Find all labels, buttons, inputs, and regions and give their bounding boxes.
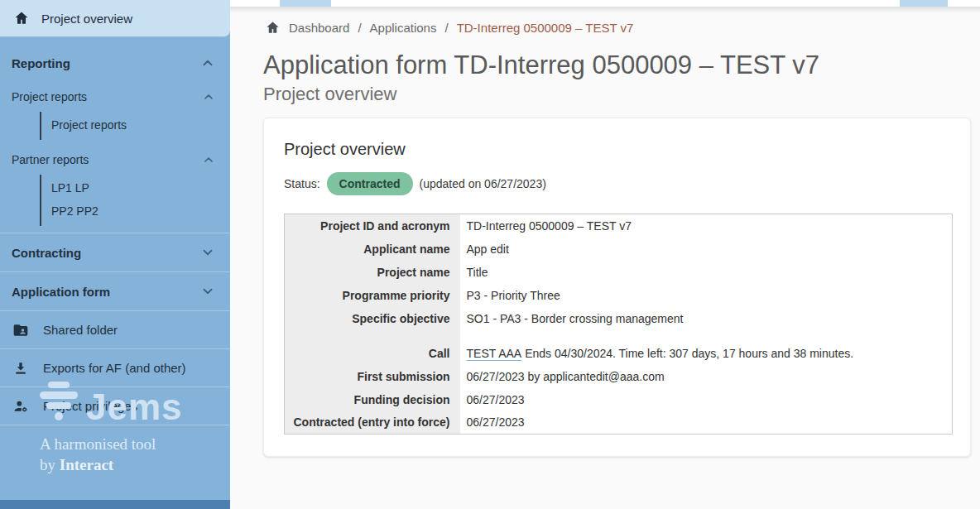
breadcrumb-separator: /: [358, 21, 361, 35]
sidebar-section-application-form[interactable]: Application form: [0, 272, 230, 310]
sidebar-nav: Reporting Project reports Project report…: [0, 37, 230, 425]
sidebar-item-pp2-pp2[interactable]: PP2 PP2: [51, 199, 230, 223]
row-value: App edit: [460, 238, 953, 261]
project-overview-table: Project ID and acronym TD-Interreg 05000…: [284, 214, 953, 435]
top-shadow: [230, 7, 980, 13]
main-content: Dashboard / Applications / TD-Interreg 0…: [230, 0, 980, 509]
row-value: TEST AAAEnds 04/30/2024. Time left: 307 …: [460, 342, 953, 365]
jems-tagline: A harmonised tool by Interact: [40, 434, 183, 476]
table-spacer-row: [285, 330, 953, 342]
row-label: Contracted (entry into force): [285, 411, 460, 435]
jems-logo-mark-icon: [40, 382, 78, 424]
row-value: 06/27/2023: [460, 388, 953, 411]
row-label: First submission: [285, 365, 460, 388]
sidebar-item-label: Project overview: [41, 12, 132, 26]
folder-shared-icon: [12, 322, 30, 339]
status-badge: Contracted: [327, 172, 413, 195]
breadcrumb-separator: /: [444, 21, 448, 35]
row-label: Call: [285, 342, 460, 365]
sidebar-bottom-strip: [0, 500, 230, 509]
sidebar-section-contracting[interactable]: Contracting: [0, 233, 230, 271]
table-row: Programme priority P3 - Priority Three: [285, 284, 953, 307]
breadcrumb-current: TD-Interreg 0500009 – TEST v7: [457, 21, 634, 35]
status-label: Status:: [284, 177, 320, 190]
row-value: SO1 - PA3 - Border crossing management: [460, 307, 953, 330]
row-value: 06/27/2023 by applicantedit@aaa.com: [460, 365, 953, 388]
row-label: Funding decision: [285, 388, 460, 411]
row-label: Project ID and acronym: [285, 214, 460, 238]
table-row: Contracted (entry into force) 06/27/2023: [285, 411, 953, 435]
partner-reports-subgroup: LP1 LP PP2 PP2: [40, 175, 230, 226]
project-reports-subgroup: Project reports: [40, 112, 230, 140]
breadcrumb: Dashboard / Applications / TD-Interreg 0…: [230, 13, 980, 36]
jems-brand-name: Jems: [86, 391, 183, 424]
status-updated-note: (updated on 06/27/2023): [420, 177, 546, 190]
project-overview-card: Project overview Status: Contracted (upd…: [263, 118, 971, 457]
breadcrumb-applications[interactable]: Applications: [370, 21, 437, 35]
call-link[interactable]: TEST AAA: [467, 347, 522, 360]
page-subtitle: Project overview: [230, 80, 980, 105]
page-title: Application form TD-Interreg 0500009 – T…: [230, 36, 980, 80]
card-title: Project overview: [284, 140, 950, 159]
row-value: 06/27/2023: [460, 411, 953, 435]
app-window: Project overview Reporting Project repor…: [0, 0, 980, 509]
sidebar-item-shared-folder[interactable]: Shared folder: [0, 311, 230, 348]
chevron-down-icon: [200, 284, 215, 299]
table-row: Applicant name App edit: [285, 238, 953, 261]
home-icon: [13, 10, 30, 26]
row-value: Title: [460, 261, 953, 284]
row-value: TD-Interreg 0500009 – TEST v7: [460, 214, 953, 238]
sidebar-item-project-overview[interactable]: Project overview: [0, 0, 230, 37]
sidebar-section-project-reports[interactable]: Project reports: [0, 82, 230, 112]
row-label: Programme priority: [285, 284, 460, 307]
table-row: Project name Title: [285, 261, 953, 284]
status-row: Status: Contracted (updated on 06/27/202…: [284, 172, 950, 195]
jems-logo: Jems A harmonised tool by Interact: [40, 382, 183, 476]
row-label: Applicant name: [285, 238, 460, 261]
sidebar: Project overview Reporting Project repor…: [0, 0, 230, 509]
download-icon: [12, 360, 30, 377]
top-strip-highlight: [900, 0, 948, 7]
breadcrumb-dashboard[interactable]: Dashboard: [289, 21, 349, 35]
top-strip-highlight: [280, 0, 331, 7]
table-row: Specific objective SO1 - PA3 - Border cr…: [285, 307, 953, 330]
chevron-up-icon: [200, 55, 215, 70]
table-row: Funding decision 06/27/2023: [285, 388, 953, 411]
sidebar-section-reporting[interactable]: Reporting: [0, 44, 230, 82]
chevron-up-icon: [202, 153, 215, 166]
chevron-up-icon: [202, 90, 215, 103]
sidebar-section-partner-reports[interactable]: Partner reports: [0, 145, 230, 175]
manage-accounts-icon: [12, 398, 30, 415]
row-value: P3 - Priority Three: [460, 284, 953, 307]
table-row: Call TEST AAAEnds 04/30/2024. Time left:…: [285, 342, 953, 365]
table-row: First submission 06/27/2023 by applicant…: [285, 365, 953, 388]
chevron-down-icon: [200, 245, 215, 260]
sidebar-item-project-reports[interactable]: Project reports: [51, 113, 230, 137]
table-row: Project ID and acronym TD-Interreg 05000…: [285, 214, 953, 238]
row-label: Project name: [285, 261, 460, 284]
row-label: Specific objective: [285, 307, 460, 330]
top-strip: [230, 0, 980, 7]
home-icon[interactable]: [265, 20, 281, 36]
sidebar-item-lp1-lp[interactable]: LP1 LP: [51, 176, 230, 199]
